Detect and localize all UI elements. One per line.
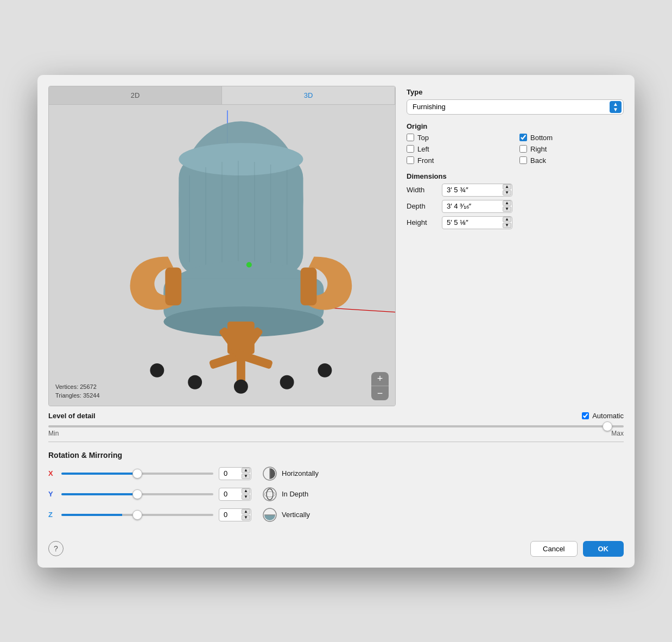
x-rotation-slider[interactable]: [61, 473, 213, 475]
cancel-button[interactable]: Cancel: [530, 541, 577, 557]
mirror-in-depth-option: In Depth: [262, 487, 349, 502]
z-rotation-slider[interactable]: [61, 514, 213, 516]
svg-point-30: [318, 363, 332, 377]
bottom-checkbox[interactable]: [519, 134, 527, 141]
width-label: Width: [407, 186, 436, 194]
footer-buttons: Cancel OK: [530, 541, 624, 557]
type-select[interactable]: Furnishing Building Landscape Other: [407, 99, 624, 115]
depth-label: Depth: [407, 202, 436, 210]
tab-2d[interactable]: 2D: [49, 86, 222, 104]
mirror-vertically-label: Vertically: [282, 511, 310, 519]
width-input[interactable]: [442, 184, 512, 197]
z-down-button[interactable]: ▼: [242, 515, 250, 520]
depth-input-wrap: ▲ ▼: [442, 200, 512, 213]
right-checkbox[interactable]: [519, 145, 527, 153]
type-select-container: Furnishing Building Landscape Other ▲▼: [407, 99, 624, 115]
mirror-in-depth-label: In Depth: [282, 490, 308, 498]
y-up-button[interactable]: ▲: [242, 488, 250, 494]
height-up-button[interactable]: ▲: [503, 217, 511, 222]
zoom-control: + −: [371, 372, 389, 400]
viewport-tabs: 2D 3D: [49, 86, 395, 105]
dimensions-label: Dimensions: [407, 172, 624, 180]
level-of-detail-label: Level of detail: [48, 412, 96, 420]
depth-up-button[interactable]: ▲: [503, 200, 511, 206]
type-section: Type Furnishing Building Landscape Other…: [407, 88, 624, 115]
svg-point-31: [234, 379, 248, 393]
dimensions-section: Dimensions Width ▲ ▼ Depth: [407, 172, 624, 232]
origin-back-row: Back: [519, 156, 624, 165]
height-down-button[interactable]: ▼: [503, 223, 511, 228]
help-button[interactable]: ?: [48, 541, 64, 556]
origin-top-row: Top: [407, 134, 511, 142]
svg-point-35: [263, 488, 276, 501]
height-label: Height: [407, 218, 436, 226]
rotation-section: Rotation & Mirroring X ▲ ▼ Horizontally: [48, 446, 624, 528]
origin-front-row: Front: [407, 156, 511, 165]
y-stepper: ▲ ▼: [242, 488, 250, 500]
z-up-button[interactable]: ▲: [242, 509, 250, 514]
origin-left-row: Left: [407, 145, 511, 153]
automatic-check-row: Automatic: [582, 412, 624, 420]
tab-3d[interactable]: 3D: [222, 86, 395, 104]
depth-down-button[interactable]: ▼: [503, 206, 511, 212]
height-stepper: ▲ ▼: [503, 217, 511, 228]
origin-grid: Top Bottom Left Right: [407, 134, 624, 165]
svg-point-28: [280, 375, 294, 389]
rotation-z-row: Z ▲ ▼ Vertically: [48, 507, 624, 523]
lod-slider[interactable]: [48, 425, 624, 427]
y-down-button[interactable]: ▼: [242, 494, 250, 500]
top-checkbox[interactable]: [407, 134, 414, 141]
mirror-horizontally-icon[interactable]: [262, 466, 277, 481]
vertices-stat: Vertices: 25672: [55, 382, 100, 392]
mirror-horizontally-label: Horizontally: [282, 469, 319, 477]
svg-point-27: [188, 375, 202, 389]
zoom-in-button[interactable]: +: [371, 372, 389, 386]
left-checkbox[interactable]: [407, 145, 414, 153]
level-of-detail-section: Level of detail Automatic Min Max: [48, 406, 624, 437]
triangles-stat: Triangles: 35244: [55, 391, 100, 400]
origin-section: Origin Top Bottom Left: [407, 122, 624, 165]
origin-label: Origin: [407, 122, 624, 130]
viewport-container: 2D 3D: [48, 86, 396, 406]
x-stepper: ▲ ▼: [242, 468, 250, 479]
rotation-label: Rotation & Mirroring: [48, 451, 624, 460]
x-up-button[interactable]: ▲: [242, 468, 250, 473]
mirror-in-depth-icon[interactable]: [262, 487, 277, 502]
back-label: Back: [530, 156, 546, 165]
height-input[interactable]: [442, 216, 512, 229]
y-axis-label: Y: [48, 490, 56, 498]
svg-point-37: [264, 492, 275, 497]
width-up-button[interactable]: ▲: [503, 184, 511, 190]
height-row: Height ▲ ▼: [407, 216, 624, 229]
front-checkbox[interactable]: [407, 156, 414, 164]
chair-illustration: [49, 105, 395, 406]
x-down-button[interactable]: ▼: [242, 474, 250, 479]
zoom-out-button[interactable]: −: [371, 386, 389, 400]
top-label: Top: [417, 134, 429, 142]
automatic-label: Automatic: [592, 412, 624, 420]
viewport: 2D 3D: [48, 86, 396, 406]
automatic-checkbox[interactable]: [582, 412, 589, 419]
mirror-vertically-icon[interactable]: [262, 507, 277, 523]
width-down-button[interactable]: ▼: [503, 190, 511, 196]
svg-point-8: [179, 143, 303, 175]
back-checkbox[interactable]: [519, 156, 527, 164]
svg-point-32: [246, 262, 252, 267]
right-label: Right: [530, 145, 547, 153]
height-input-wrap: ▲ ▼: [442, 216, 512, 229]
viewport-content: [49, 105, 395, 406]
width-stepper: ▲ ▼: [503, 184, 511, 196]
y-rotation-slider[interactable]: [61, 493, 213, 495]
mirror-vertically-option: Vertically: [262, 507, 349, 523]
x-num-wrap: ▲ ▼: [219, 467, 251, 480]
left-label: Left: [417, 145, 429, 153]
ok-button[interactable]: OK: [583, 541, 624, 557]
z-num-wrap: ▲ ▼: [219, 508, 251, 521]
depth-input[interactable]: [442, 200, 512, 213]
rotation-y-row: Y ▲ ▼ In Depth: [48, 487, 624, 502]
svg-rect-19: [165, 267, 181, 305]
z-stepper: ▲ ▼: [242, 509, 250, 520]
x-axis-label: X: [48, 469, 56, 477]
lod-slider-row: [48, 425, 624, 427]
dialog: 2D 3D: [37, 75, 635, 568]
